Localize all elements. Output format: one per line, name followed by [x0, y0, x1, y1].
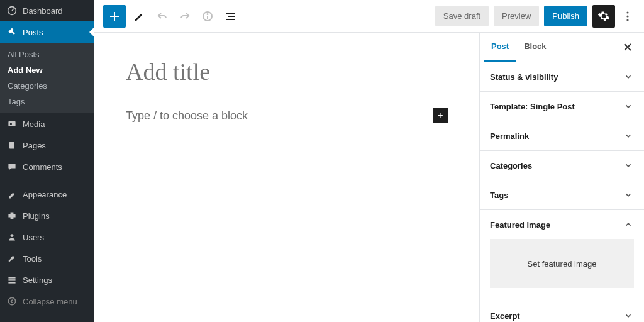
panel-tabs: Post Block — [480, 33, 644, 62]
svg-point-11 — [208, 14, 208, 14]
svg-rect-14 — [226, 19, 235, 20]
chevron-down-icon — [623, 101, 634, 112]
sidebar-sub-tags[interactable]: Tags — [0, 94, 94, 109]
publish-button[interactable]: Publish — [544, 6, 587, 26]
section-featured-image[interactable]: Featured image — [480, 210, 644, 239]
section-label: Categories — [490, 161, 532, 170]
chevron-up-icon — [623, 219, 634, 230]
pages-icon — [6, 140, 18, 151]
set-featured-image-button[interactable]: Set featured image — [490, 239, 634, 288]
svg-point-2 — [10, 123, 12, 125]
inline-add-block-button[interactable]: + — [433, 108, 448, 123]
section-label: Status & visibility — [490, 72, 558, 82]
svg-point-16 — [626, 15, 628, 17]
svg-point-15 — [626, 11, 628, 13]
users-icon — [6, 231, 18, 243]
sidebar-item-plugins[interactable]: Plugins — [0, 205, 94, 226]
info-button[interactable] — [199, 8, 216, 25]
sidebar-item-pages[interactable]: Pages — [0, 135, 94, 156]
section-label: Excerpt — [490, 311, 520, 321]
sidebar-label: Plugins — [23, 211, 50, 221]
section-excerpt[interactable]: Excerpt — [480, 301, 644, 322]
add-block-button[interactable] — [103, 5, 126, 28]
undo-button[interactable] — [153, 8, 171, 25]
svg-rect-5 — [8, 277, 15, 278]
sidebar-label: Tools — [23, 254, 42, 264]
more-menu-button[interactable] — [620, 10, 635, 23]
admin-sidebar: Dashboard Posts All Posts Add New Catego… — [0, 0, 94, 322]
svg-point-4 — [11, 234, 14, 237]
sidebar-label: Media — [23, 119, 45, 129]
svg-rect-7 — [8, 282, 15, 283]
sidebar-label: Appearance — [23, 190, 67, 199]
section-categories[interactable]: Categories — [480, 151, 644, 180]
section-template[interactable]: Template: Single Post — [480, 92, 644, 121]
svg-point-8 — [8, 297, 15, 304]
settings-panel: Post Block Status & visibility Template:… — [479, 33, 644, 322]
comments-icon — [6, 161, 18, 172]
sidebar-item-appearance[interactable]: Appearance — [0, 184, 94, 205]
pushpin-icon — [6, 26, 18, 38]
section-label: Permalink — [490, 131, 529, 141]
sidebar-item-dashboard[interactable]: Dashboard — [0, 0, 94, 21]
sidebar-label: Users — [23, 233, 44, 242]
svg-rect-3 — [9, 142, 14, 148]
media-icon — [6, 118, 18, 130]
plugins-icon — [6, 210, 18, 221]
sidebar-submenu-posts: All Posts Add New Categories Tags — [0, 43, 94, 113]
sidebar-label: Pages — [23, 141, 46, 150]
sidebar-sub-all-posts[interactable]: All Posts — [0, 47, 94, 62]
sidebar-label: Settings — [23, 275, 52, 285]
close-panel-button[interactable] — [619, 38, 636, 56]
appearance-icon — [6, 189, 18, 200]
redo-button[interactable] — [176, 8, 194, 25]
sidebar-sub-add-new[interactable]: Add New — [0, 62, 94, 78]
sidebar-label: Collapse menu — [23, 297, 77, 306]
svg-point-17 — [626, 19, 628, 21]
sidebar-label: Comments — [23, 162, 62, 172]
section-status[interactable]: Status & visibility — [480, 62, 644, 92]
post-title-input[interactable]: Add title — [126, 58, 448, 86]
outline-button[interactable] — [221, 8, 239, 25]
dashboard-icon — [6, 5, 18, 16]
sidebar-item-comments[interactable]: Comments — [0, 156, 94, 177]
save-draft-button[interactable]: Save draft — [435, 6, 489, 26]
block-prompt[interactable]: Type / to choose a block — [126, 109, 433, 123]
tab-post[interactable]: Post — [484, 33, 516, 62]
editor-canvas[interactable]: Add title Type / to choose a block + — [94, 33, 479, 322]
edit-mode-button[interactable] — [131, 8, 148, 25]
svg-rect-13 — [228, 16, 235, 17]
tools-icon — [6, 253, 18, 264]
tab-block[interactable]: Block — [516, 33, 553, 62]
sidebar-sub-categories[interactable]: Categories — [0, 78, 94, 94]
sidebar-item-settings[interactable]: Settings — [0, 269, 94, 291]
svg-rect-6 — [8, 279, 15, 280]
settings-icon — [6, 274, 18, 286]
editor-toolbar: Save draft Preview Publish — [94, 0, 644, 33]
settings-panel-toggle[interactable] — [592, 5, 615, 28]
sidebar-item-users[interactable]: Users — [0, 226, 94, 248]
section-label: Template: Single Post — [490, 102, 575, 111]
featured-image-body: Set featured image — [480, 239, 644, 301]
svg-rect-12 — [226, 13, 235, 14]
sidebar-label: Posts — [23, 28, 43, 37]
chevron-down-icon — [623, 130, 634, 142]
preview-button[interactable]: Preview — [494, 6, 539, 26]
sidebar-item-tools[interactable]: Tools — [0, 248, 94, 269]
sidebar-item-media[interactable]: Media — [0, 113, 94, 135]
sidebar-label: Dashboard — [23, 6, 63, 16]
chevron-down-icon — [623, 310, 634, 321]
chevron-down-icon — [623, 71, 634, 82]
chevron-down-icon — [623, 189, 634, 201]
chevron-down-icon — [623, 160, 634, 171]
sidebar-collapse[interactable]: Collapse menu — [0, 291, 94, 312]
section-permalink[interactable]: Permalink — [480, 121, 644, 151]
sidebar-item-posts[interactable]: Posts — [0, 21, 94, 43]
section-tags[interactable]: Tags — [480, 180, 644, 210]
section-label: Featured image — [490, 220, 550, 230]
section-label: Tags — [490, 191, 508, 200]
collapse-icon — [6, 296, 18, 307]
